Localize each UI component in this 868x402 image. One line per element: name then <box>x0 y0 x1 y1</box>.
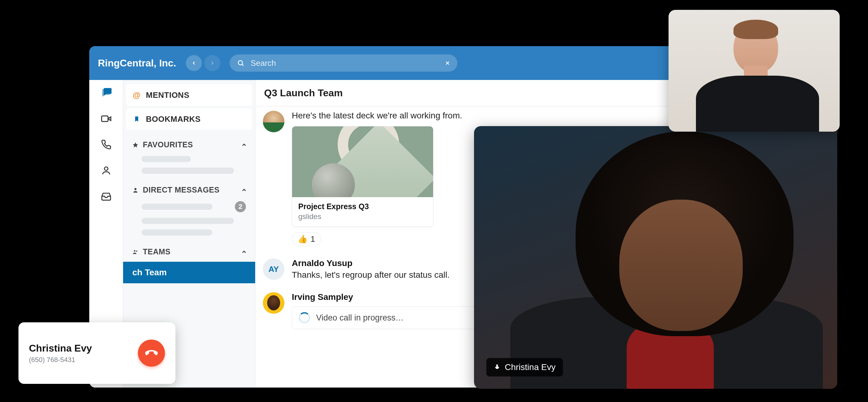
svg-point-6 <box>104 167 108 170</box>
dm-list: 2 <box>126 198 252 237</box>
search-input[interactable] <box>229 55 457 72</box>
reaction-chip[interactable]: 👍 1 <box>292 232 321 246</box>
teams-header[interactable]: TEAMS <box>126 237 252 260</box>
nav-buttons <box>186 55 220 71</box>
attachment-subtitle: gslides <box>298 212 427 221</box>
call-status-text: Video call in progress… <box>316 313 404 323</box>
mentions-label: MENTIONS <box>146 91 189 100</box>
phone-hangup-icon <box>145 347 158 359</box>
svg-point-9 <box>134 250 135 252</box>
search-bar <box>229 55 457 72</box>
participant-name-tag: Christina Evy <box>486 358 563 376</box>
chevron-up-icon <box>241 249 247 255</box>
caller-phone: (650) 768-5431 <box>29 356 92 364</box>
unread-badge: 2 <box>235 201 246 212</box>
chevron-right-icon <box>210 60 215 66</box>
chevron-left-icon <box>191 60 197 66</box>
hangup-button[interactable] <box>138 340 165 367</box>
nav-forward-button[interactable] <box>205 55 220 71</box>
attachment-title: Project Express Q3 <box>298 202 427 211</box>
svg-point-8 <box>134 188 137 190</box>
bookmarks-tab[interactable]: BOOKMARKS <box>126 108 252 130</box>
list-item[interactable] <box>142 230 212 236</box>
rail-phone[interactable] <box>99 138 113 151</box>
at-icon: @ <box>133 91 141 100</box>
spinner-icon <box>299 312 310 323</box>
chevron-up-icon <box>241 142 247 148</box>
video-icon <box>101 113 112 124</box>
titlebar: RingCentral, Inc. <box>89 46 742 80</box>
inbox-icon <box>101 191 112 201</box>
bookmark-icon <box>133 115 141 123</box>
list-item[interactable]: 2 <box>142 201 246 212</box>
user-icon <box>132 187 138 193</box>
nav-back-button[interactable] <box>186 55 202 71</box>
video-main-tile[interactable]: Christina Evy <box>474 126 837 389</box>
favourites-header[interactable]: FAVOURITES <box>126 130 252 153</box>
list-item[interactable] <box>142 168 234 174</box>
star-icon <box>132 142 138 148</box>
svg-rect-4 <box>101 116 108 122</box>
caller-name: Christina Evy <box>29 343 92 354</box>
svg-point-10 <box>136 250 137 252</box>
video-pip-tile[interactable] <box>669 10 840 132</box>
list-item[interactable] <box>142 156 191 162</box>
team-item-active[interactable]: ch Team <box>123 262 255 283</box>
list-item[interactable] <box>142 218 234 224</box>
svg-line-1 <box>242 65 244 66</box>
reaction-count: 1 <box>311 234 315 244</box>
mentions-tab[interactable]: @ MENTIONS <box>126 84 252 106</box>
favourites-list <box>126 153 252 175</box>
incoming-call-popup: Christina Evy (650) 768-5431 <box>19 322 176 384</box>
avatar[interactable]: AY <box>263 258 284 280</box>
phone-icon <box>101 139 112 150</box>
rail-messages[interactable] <box>99 86 113 100</box>
direct-messages-header[interactable]: DIRECT MESSAGES <box>126 175 252 198</box>
close-icon <box>444 60 451 66</box>
avatar[interactable] <box>263 292 284 314</box>
svg-marker-7 <box>133 142 138 147</box>
rail-contacts[interactable] <box>99 164 113 177</box>
app-title: RingCentral, Inc. <box>98 58 176 69</box>
clear-search-button[interactable] <box>443 58 453 68</box>
attachment-card[interactable]: Project Express Q3 gslides <box>292 126 433 227</box>
search-icon <box>237 59 244 67</box>
rail-inbox[interactable] <box>99 190 113 203</box>
attachment-thumbnail <box>292 126 433 197</box>
bookmarks-label: BOOKMARKS <box>146 114 201 124</box>
microphone-icon <box>494 364 500 371</box>
chevron-up-icon <box>241 187 247 193</box>
avatar[interactable] <box>263 111 284 132</box>
svg-point-0 <box>238 61 243 65</box>
messages-icon <box>100 87 112 99</box>
thumbs-up-icon: 👍 <box>298 234 308 244</box>
call-progress-card[interactable]: Video call in progress… <box>292 306 501 329</box>
rail-video[interactable] <box>99 112 113 126</box>
teams-icon <box>132 249 138 255</box>
user-icon <box>101 165 112 176</box>
conversation-title: Q3 Launch Team <box>264 87 343 99</box>
message-text: Here's the latest deck we're all working… <box>292 111 699 121</box>
